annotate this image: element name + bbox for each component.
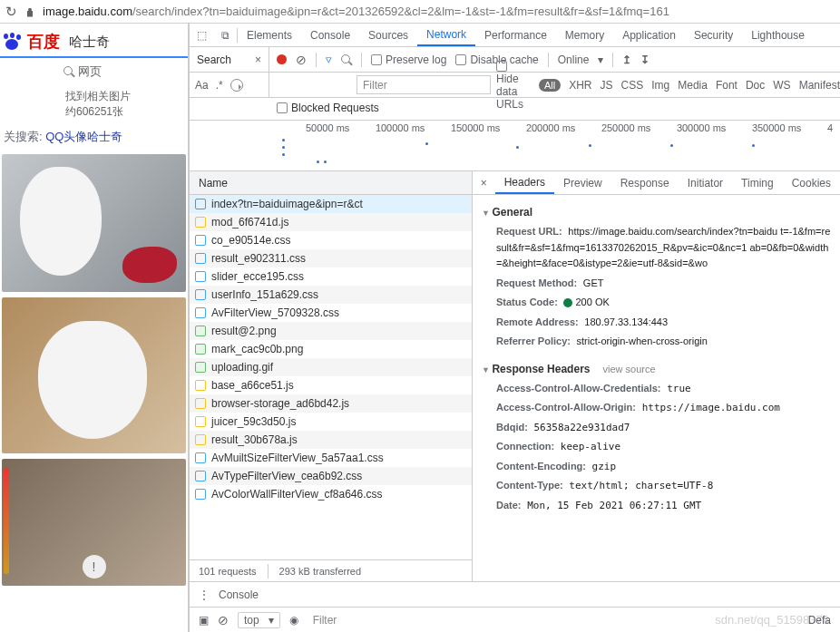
close-icon[interactable]: × <box>255 53 261 66</box>
request-method: Request Method: GET <box>482 274 831 294</box>
type-css[interactable]: CSS <box>621 79 644 92</box>
detail-tab-headers[interactable]: Headers <box>495 171 554 194</box>
inspect-icon[interactable]: ⬚ <box>190 29 213 42</box>
detail-tab-response[interactable]: Response <box>611 171 679 194</box>
tab-elements[interactable]: Elements <box>238 24 301 46</box>
eye-icon[interactable]: ◉ <box>289 614 298 627</box>
request-row[interactable]: AvColorWallFilterView_cf8a646.css <box>190 485 472 503</box>
detail-tab-initiator[interactable]: Initiator <box>679 171 732 194</box>
brand-text: 百度 <box>27 31 60 53</box>
detail-tab-preview[interactable]: Preview <box>554 171 611 194</box>
filter-input[interactable]: Filter <box>357 75 491 94</box>
request-row[interactable]: co_e90514e.css <box>190 231 472 249</box>
device-icon[interactable]: ⧉ <box>213 29 237 42</box>
file-icon <box>195 452 206 463</box>
request-row[interactable]: AvFilterView_5709328.css <box>190 304 472 322</box>
refresh-icon[interactable] <box>230 79 243 92</box>
request-row[interactable]: userInfo_151a629.css <box>190 286 472 304</box>
lock-icon[interactable] <box>24 6 35 17</box>
type-font[interactable]: Font <box>716 79 737 92</box>
detail-tab-timing[interactable]: Timing <box>732 171 783 194</box>
type-xhr[interactable]: XHR <box>569 79 591 92</box>
tab-console[interactable]: Console <box>301 24 359 46</box>
file-icon <box>195 271 206 282</box>
timeline[interactable]: 50000 ms 100000 ms 150000 ms 200000 ms 2… <box>190 121 840 171</box>
name-column-header[interactable]: Name <box>190 171 472 195</box>
type-doc[interactable]: Doc <box>746 79 765 92</box>
tab-network[interactable]: Network <box>417 24 475 46</box>
type-js[interactable]: JS <box>601 79 613 92</box>
download-icon[interactable]: ↧ <box>640 53 650 66</box>
regex-toggle[interactable]: .* <box>216 79 223 92</box>
search-icon <box>63 66 74 77</box>
request-name: mod_6f6741d.js <box>211 216 288 228</box>
blocked-requests-checkbox[interactable]: Blocked Requests <box>190 98 840 121</box>
tab-memory[interactable]: Memory <box>556 24 613 46</box>
response-header: Connection: keep-alive <box>482 437 831 457</box>
search-query[interactable]: 哈士奇 <box>69 34 110 51</box>
result-image[interactable] <box>2 459 186 586</box>
file-icon <box>195 235 206 246</box>
request-list: Name index?tn=baiduimage&ipn=r&ctmod_6f6… <box>190 171 473 581</box>
request-row[interactable]: browser-storage_ad6bd42.js <box>190 394 472 413</box>
response-header: Date: Mon, 15 Feb 2021 06:27:11 GMT <box>482 496 831 516</box>
request-name: co_e90514e.css <box>211 234 290 247</box>
response-headers-section[interactable]: Response Headersview source <box>482 359 831 379</box>
general-section[interactable]: General <box>482 202 831 222</box>
file-icon <box>195 362 206 373</box>
clear-icon[interactable]: ⊘ <box>296 53 307 67</box>
result-image[interactable] <box>2 297 186 453</box>
record-icon[interactable] <box>277 54 287 64</box>
request-row[interactable]: AvTypeFilterView_cea6b92.css <box>190 467 472 485</box>
tab-lighthouse[interactable]: Lighthouse <box>742 24 814 46</box>
request-row[interactable]: uploading.gif <box>190 358 472 376</box>
request-row[interactable]: mark_cac9c0b.png <box>190 340 472 358</box>
request-row[interactable]: result_30b678a.js <box>190 431 472 449</box>
close-detail-icon[interactable]: × <box>473 177 495 190</box>
request-row[interactable]: juicer_59c3d50.js <box>190 413 472 431</box>
request-name: AvTypeFilterView_cea6b92.css <box>211 470 362 482</box>
baidu-logo-icon[interactable] <box>2 32 22 52</box>
reload-icon[interactable]: ↻ <box>5 4 17 20</box>
drawer-menu-icon[interactable]: ⋮ <box>199 588 210 601</box>
request-name: userInfo_151a629.css <box>211 288 318 301</box>
subnav-web[interactable]: 网页 <box>78 63 102 80</box>
search-options: Aa .* <box>190 73 269 97</box>
console-drawer-header[interactable]: ⋮ Console <box>190 581 840 607</box>
request-row[interactable]: mod_6f6741d.js <box>190 213 472 231</box>
request-row[interactable]: slider_ecce195.css <box>190 267 472 286</box>
type-media[interactable]: Media <box>678 79 708 92</box>
sidebar-toggle-icon[interactable]: ▣ <box>199 614 209 627</box>
file-icon <box>195 434 206 445</box>
type-manifest[interactable]: Manifest <box>799 79 840 92</box>
type-all[interactable]: All <box>539 79 561 92</box>
request-row[interactable]: base_a66ce51.js <box>190 376 472 394</box>
tab-security[interactable]: Security <box>685 24 742 46</box>
related-link[interactable]: QQ头像哈士奇 <box>45 130 122 143</box>
related-search: 关搜索: QQ头像哈士奇 <box>0 123 188 154</box>
filter-icon[interactable]: ▿ <box>326 53 332 66</box>
request-row[interactable]: index?tn=baiduimage&ipn=r&ct <box>190 195 472 213</box>
search-icon[interactable] <box>341 54 352 65</box>
preserve-log-checkbox[interactable]: Preserve log <box>371 53 446 66</box>
clear-console-icon[interactable]: ⊘ <box>218 613 229 627</box>
detail-tab-cookies[interactable]: Cookies <box>783 171 840 194</box>
request-row[interactable]: result@2.png <box>190 322 472 340</box>
context-select[interactable]: top ▾ <box>238 612 280 628</box>
type-ws[interactable]: WS <box>773 79 790 92</box>
match-case[interactable]: Aa <box>195 79 209 92</box>
request-row[interactable]: AvMuiltSizeFilterView_5a57aa1.css <box>190 449 472 467</box>
tab-performance[interactable]: Performance <box>475 24 556 46</box>
request-name: browser-storage_ad6bd42.js <box>211 397 349 410</box>
watermark: sdn.net/qq_51598376 <box>715 613 829 627</box>
url-text[interactable]: image.baidu.com/search/index?tn=baiduima… <box>43 5 835 18</box>
console-filter[interactable]: Filter <box>308 613 489 627</box>
tab-application[interactable]: Application <box>613 24 685 46</box>
tab-sources[interactable]: Sources <box>359 24 417 46</box>
view-source-link[interactable]: view source <box>602 364 655 374</box>
result-image[interactable] <box>2 154 186 292</box>
upload-icon[interactable]: ↥ <box>622 53 631 66</box>
throttling-select[interactable]: Online ▾ <box>558 53 604 66</box>
type-img[interactable]: Img <box>651 79 669 92</box>
request-row[interactable]: result_e902311.css <box>190 249 472 267</box>
